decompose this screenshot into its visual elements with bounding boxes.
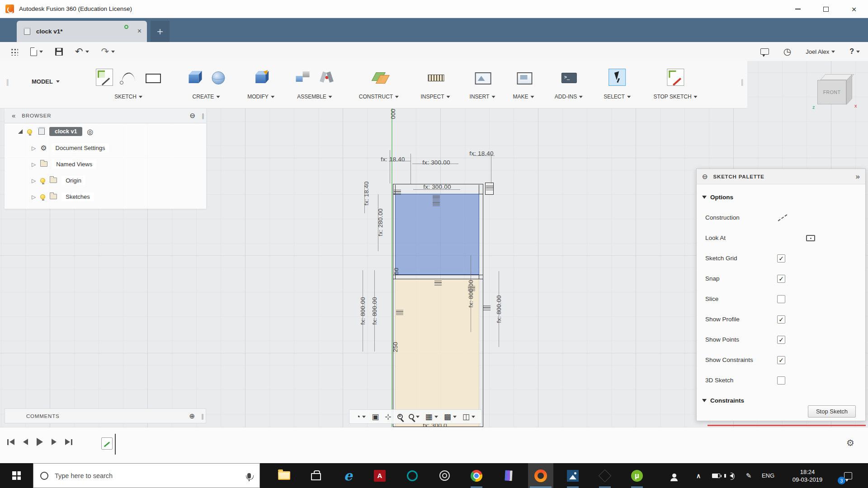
cortana-icon[interactable] — [40, 472, 48, 480]
ribbon-group-assemble[interactable]: ASSEMBLE — [294, 64, 335, 100]
panel-grip[interactable]: ∥ — [741, 78, 744, 86]
taskbar-photos[interactable] — [560, 463, 585, 488]
timeline-sketch-feature[interactable] — [101, 437, 113, 450]
palette-option-3d-sketch[interactable]: 3D Sketch — [697, 370, 865, 390]
make-icon[interactable] — [515, 69, 532, 86]
document-tab[interactable]: clock v1* × — [17, 21, 147, 42]
minimize-button[interactable] — [784, 0, 812, 18]
palette-option-look-at[interactable]: Look At — [697, 228, 865, 248]
search-input[interactable] — [55, 472, 241, 479]
view-cube[interactable]: FRONT z x — [812, 70, 862, 115]
taskbar-inkscape[interactable] — [592, 463, 618, 488]
pan-button[interactable] — [385, 413, 391, 421]
palette-option-show-points[interactable]: Show Points ✓ — [697, 329, 865, 350]
panel-grip[interactable]: ∥ — [6, 78, 9, 86]
ribbon-group-label[interactable]: CONSTRUCT — [359, 94, 399, 100]
step-forward-button[interactable] — [52, 439, 57, 445]
dimension-label[interactable]: fx: 18.40 — [381, 156, 405, 163]
dimension-label[interactable]: fx: 800.00 — [371, 297, 378, 324]
taskbar-fusion-360[interactable] — [528, 463, 553, 488]
create-sketch-icon[interactable] — [96, 69, 113, 86]
browser-item-document-settings[interactable]: Document Settings — [5, 140, 206, 156]
play-button[interactable] — [37, 438, 43, 446]
new-component-icon[interactable] — [294, 69, 311, 86]
dimension-label[interactable]: fx: 800.00 — [359, 297, 366, 324]
dimension-label[interactable]: 50 — [393, 267, 400, 274]
visibility-bulb-icon[interactable] — [40, 194, 45, 199]
dimension-label[interactable]: fx: 18.40 — [469, 150, 494, 157]
add-comment-icon[interactable] — [189, 412, 195, 420]
grid-settings-button[interactable] — [444, 413, 457, 421]
palette-option-slice[interactable]: Slice — [697, 289, 865, 309]
timeline-position-marker[interactable] — [115, 434, 116, 455]
pen-settings[interactable] — [740, 463, 758, 488]
palette-option-sketch-grid[interactable]: Sketch Grid ✓ — [697, 248, 865, 268]
box-icon[interactable] — [186, 69, 203, 86]
measure-icon[interactable] — [427, 69, 444, 86]
3d-sketch-checkbox[interactable] — [777, 376, 785, 385]
step-back-button[interactable] — [23, 439, 28, 445]
joint-icon[interactable] — [318, 69, 335, 86]
ribbon-group-construct[interactable]: CONSTRUCT — [359, 64, 399, 100]
taskbar-file-explorer[interactable] — [271, 463, 297, 488]
dimension-label[interactable]: fx: 18.40 — [363, 181, 370, 206]
visibility-bulb-icon[interactable] — [27, 129, 32, 134]
taskbar-store[interactable] — [303, 463, 329, 488]
show-constraints-checkbox[interactable]: ✓ — [777, 356, 785, 364]
workspace-selector[interactable]: MODEL — [32, 78, 60, 85]
ribbon-group-label[interactable]: CREATE — [193, 94, 220, 100]
taskbar-app-books[interactable] — [496, 463, 521, 488]
ribbon-group-addins[interactable]: ADD-INS — [555, 64, 583, 100]
browser-item-origin[interactable]: Origin — [5, 172, 206, 188]
palette-option-snap[interactable]: Snap ✓ — [697, 268, 865, 289]
taskbar-adobe[interactable] — [367, 463, 392, 488]
save-button[interactable] — [55, 48, 63, 56]
view-cube-front-face[interactable]: FRONT — [817, 80, 846, 104]
taskbar-app-circle[interactable] — [432, 463, 457, 488]
palette-option-show-profile[interactable]: Show Profile ✓ — [697, 309, 865, 329]
view-cube-right-face[interactable] — [846, 74, 852, 105]
root-component-name[interactable]: clock v1 — [49, 127, 82, 136]
redo-button[interactable] — [101, 46, 115, 57]
browser-root-row[interactable]: clock v1 — [5, 123, 206, 140]
browser-item-named-views[interactable]: Named Views — [5, 156, 206, 172]
file-menu-button[interactable] — [30, 47, 43, 56]
select-cursor-icon[interactable] — [609, 69, 626, 86]
ribbon-group-label[interactable]: ASSEMBLE — [297, 94, 332, 100]
fit-button[interactable] — [409, 414, 420, 419]
look-at-icon[interactable] — [806, 235, 815, 241]
expand-arrow-icon[interactable] — [32, 144, 36, 152]
palette-option-construction[interactable]: Construction — [697, 207, 865, 228]
ribbon-group-label[interactable]: SKETCH — [114, 94, 142, 100]
timeline-settings-gear-icon[interactable] — [846, 437, 854, 448]
taskbar-clock[interactable]: 18:24 09-03-2019 — [783, 463, 832, 488]
slice-checkbox[interactable] — [777, 295, 785, 303]
job-status-button[interactable] — [783, 46, 791, 57]
ribbon-group-label[interactable]: ADD-INS — [555, 94, 583, 100]
palette-option-show-constraints[interactable]: Show Constraints ✓ — [697, 350, 865, 370]
ribbon-group-inspect[interactable]: INSPECT — [420, 64, 450, 100]
snap-checkbox[interactable]: ✓ — [777, 275, 785, 283]
scripts-addins-icon[interactable] — [560, 69, 577, 86]
ribbon-group-sketch[interactable]: SKETCH — [96, 64, 161, 100]
ribbon-group-label[interactable]: INSPECT — [420, 94, 450, 100]
ribbon-group-make[interactable]: MAKE — [513, 64, 534, 100]
rectangle-icon[interactable] — [144, 69, 161, 86]
dimension-label[interactable]: fx: 300.00 — [423, 183, 451, 190]
ribbon-group-select[interactable]: SELECT — [604, 64, 631, 100]
construction-line-icon[interactable] — [778, 214, 788, 221]
ribbon-group-stop-sketch[interactable]: STOP SKETCH — [653, 64, 697, 100]
panel-grip[interactable] — [202, 112, 205, 120]
go-to-start-button[interactable] — [7, 439, 14, 445]
dimension-label[interactable]: fx: 800.00 — [495, 295, 502, 323]
visibility-bulb-icon[interactable] — [40, 178, 45, 183]
ribbon-group-label[interactable]: MODIFY — [247, 94, 274, 100]
dimension-label[interactable]: fx: 280.00 — [377, 208, 384, 236]
ribbon-group-label[interactable]: MAKE — [513, 94, 534, 100]
sphere-icon[interactable] — [210, 69, 227, 86]
go-to-end-button[interactable] — [65, 439, 72, 445]
ribbon-group-insert[interactable]: INSERT — [470, 64, 495, 100]
ribbon-group-create[interactable]: CREATE — [186, 64, 227, 100]
profile-region[interactable] — [395, 279, 479, 427]
options-section-header[interactable]: Options — [697, 187, 865, 207]
